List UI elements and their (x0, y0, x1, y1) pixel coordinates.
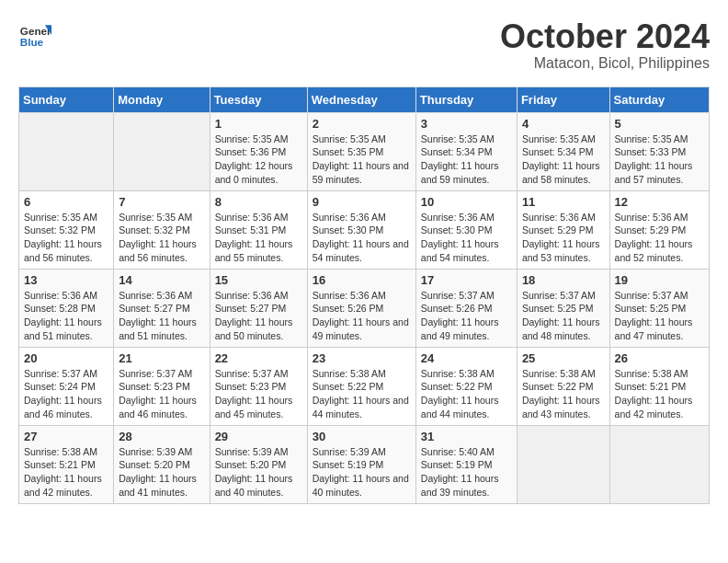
day-info: Sunrise: 5:35 AMSunset: 5:33 PMDaylight:… (615, 132, 704, 187)
calendar-cell: 2Sunrise: 5:35 AMSunset: 5:35 PMDaylight… (307, 112, 415, 190)
day-number: 8 (215, 195, 302, 209)
calendar-cell: 21Sunrise: 5:37 AMSunset: 5:23 PMDayligh… (114, 347, 210, 425)
calendar-week-row: 6Sunrise: 5:35 AMSunset: 5:32 PMDaylight… (19, 190, 710, 269)
calendar-cell (19, 112, 114, 190)
day-number: 6 (24, 195, 108, 209)
day-info: Sunrise: 5:39 AMSunset: 5:20 PMDaylight:… (215, 445, 302, 500)
logo-icon: General Blue (18, 18, 51, 52)
column-header-friday: Friday (517, 86, 609, 112)
day-info: Sunrise: 5:36 AMSunset: 5:27 PMDaylight:… (119, 289, 204, 343)
day-number: 22 (215, 351, 302, 365)
location-subtitle: Matacon, Bicol, Philippines (500, 55, 710, 72)
day-info: Sunrise: 5:40 AMSunset: 5:19 PMDaylight:… (421, 445, 512, 500)
day-number: 4 (522, 117, 605, 131)
calendar-header-row: SundayMondayTuesdayWednesdayThursdayFrid… (19, 86, 710, 112)
day-number: 5 (615, 117, 704, 131)
day-number: 19 (615, 273, 704, 287)
day-info: Sunrise: 5:38 AMSunset: 5:22 PMDaylight:… (522, 367, 605, 421)
calendar-cell: 13Sunrise: 5:36 AMSunset: 5:28 PMDayligh… (19, 269, 114, 347)
day-number: 18 (522, 273, 605, 287)
calendar-cell: 4Sunrise: 5:35 AMSunset: 5:34 PMDaylight… (517, 112, 609, 190)
day-number: 11 (522, 195, 605, 209)
calendar-cell: 6Sunrise: 5:35 AMSunset: 5:32 PMDaylight… (19, 190, 114, 269)
column-header-sunday: Sunday (19, 86, 114, 112)
day-info: Sunrise: 5:36 AMSunset: 5:27 PMDaylight:… (215, 289, 302, 343)
calendar-cell: 11Sunrise: 5:36 AMSunset: 5:29 PMDayligh… (517, 190, 609, 269)
day-info: Sunrise: 5:36 AMSunset: 5:26 PMDaylight:… (313, 289, 411, 343)
calendar-cell: 22Sunrise: 5:37 AMSunset: 5:23 PMDayligh… (210, 347, 307, 425)
day-info: Sunrise: 5:37 AMSunset: 5:26 PMDaylight:… (421, 289, 512, 343)
calendar-cell: 24Sunrise: 5:38 AMSunset: 5:22 PMDayligh… (415, 347, 517, 425)
calendar-cell: 26Sunrise: 5:38 AMSunset: 5:21 PMDayligh… (609, 347, 709, 425)
day-info: Sunrise: 5:35 AMSunset: 5:34 PMDaylight:… (421, 132, 512, 187)
day-number: 9 (313, 195, 411, 209)
column-header-tuesday: Tuesday (210, 86, 307, 112)
svg-text:Blue: Blue (20, 36, 44, 48)
day-number: 14 (119, 273, 204, 287)
calendar-cell: 18Sunrise: 5:37 AMSunset: 5:25 PMDayligh… (517, 269, 609, 347)
day-info: Sunrise: 5:36 AMSunset: 5:29 PMDaylight:… (615, 211, 704, 265)
day-number: 25 (522, 351, 605, 365)
calendar-cell: 9Sunrise: 5:36 AMSunset: 5:30 PMDaylight… (307, 190, 415, 269)
day-info: Sunrise: 5:35 AMSunset: 5:32 PMDaylight:… (24, 211, 108, 265)
day-number: 15 (215, 273, 302, 287)
day-info: Sunrise: 5:35 AMSunset: 5:35 PMDaylight:… (313, 132, 411, 187)
calendar-cell: 19Sunrise: 5:37 AMSunset: 5:25 PMDayligh… (609, 269, 709, 347)
day-number: 16 (313, 273, 411, 287)
day-info: Sunrise: 5:39 AMSunset: 5:19 PMDaylight:… (313, 445, 411, 500)
calendar-cell: 10Sunrise: 5:36 AMSunset: 5:30 PMDayligh… (415, 190, 517, 269)
day-number: 21 (119, 351, 204, 365)
day-info: Sunrise: 5:37 AMSunset: 5:23 PMDaylight:… (119, 367, 204, 421)
day-info: Sunrise: 5:37 AMSunset: 5:23 PMDaylight:… (215, 367, 302, 421)
calendar-cell: 31Sunrise: 5:40 AMSunset: 5:19 PMDayligh… (415, 425, 517, 503)
calendar-cell: 30Sunrise: 5:39 AMSunset: 5:19 PMDayligh… (307, 425, 415, 503)
day-info: Sunrise: 5:38 AMSunset: 5:21 PMDaylight:… (615, 367, 704, 421)
calendar-cell: 23Sunrise: 5:38 AMSunset: 5:22 PMDayligh… (307, 347, 415, 425)
day-info: Sunrise: 5:38 AMSunset: 5:21 PMDaylight:… (24, 445, 108, 500)
day-number: 27 (24, 430, 108, 443)
calendar-cell: 29Sunrise: 5:39 AMSunset: 5:20 PMDayligh… (210, 425, 307, 503)
calendar-cell: 5Sunrise: 5:35 AMSunset: 5:33 PMDaylight… (609, 112, 709, 190)
day-info: Sunrise: 5:39 AMSunset: 5:20 PMDaylight:… (119, 445, 204, 500)
day-number: 28 (119, 430, 204, 443)
day-info: Sunrise: 5:36 AMSunset: 5:29 PMDaylight:… (522, 211, 605, 265)
calendar-cell: 27Sunrise: 5:38 AMSunset: 5:21 PMDayligh… (19, 425, 114, 503)
calendar-week-row: 13Sunrise: 5:36 AMSunset: 5:28 PMDayligh… (19, 269, 710, 347)
calendar-cell: 20Sunrise: 5:37 AMSunset: 5:24 PMDayligh… (19, 347, 114, 425)
day-number: 13 (24, 273, 108, 287)
calendar-cell: 25Sunrise: 5:38 AMSunset: 5:22 PMDayligh… (517, 347, 609, 425)
day-number: 30 (313, 430, 411, 443)
calendar-cell: 16Sunrise: 5:36 AMSunset: 5:26 PMDayligh… (307, 269, 415, 347)
page-header: General Blue October 2024 Matacon, Bicol… (18, 18, 710, 72)
day-number: 3 (421, 117, 512, 131)
day-number: 31 (421, 430, 512, 443)
calendar-cell (517, 425, 609, 503)
day-info: Sunrise: 5:38 AMSunset: 5:22 PMDaylight:… (421, 367, 512, 421)
day-info: Sunrise: 5:36 AMSunset: 5:30 PMDaylight:… (421, 211, 512, 265)
calendar-week-row: 1Sunrise: 5:35 AMSunset: 5:36 PMDaylight… (19, 112, 710, 190)
day-info: Sunrise: 5:35 AMSunset: 5:36 PMDaylight:… (215, 132, 302, 187)
day-info: Sunrise: 5:38 AMSunset: 5:22 PMDaylight:… (313, 367, 411, 421)
calendar-cell: 17Sunrise: 5:37 AMSunset: 5:26 PMDayligh… (415, 269, 517, 347)
day-number: 1 (215, 117, 302, 131)
calendar-week-row: 27Sunrise: 5:38 AMSunset: 5:21 PMDayligh… (19, 425, 710, 503)
day-number: 23 (313, 351, 411, 365)
title-area: October 2024 Matacon, Bicol, Philippines (500, 18, 710, 72)
day-info: Sunrise: 5:35 AMSunset: 5:32 PMDaylight:… (119, 211, 204, 265)
calendar-table: SundayMondayTuesdayWednesdayThursdayFrid… (18, 86, 710, 504)
calendar-cell: 1Sunrise: 5:35 AMSunset: 5:36 PMDaylight… (210, 112, 307, 190)
calendar-cell (609, 425, 709, 503)
calendar-cell: 3Sunrise: 5:35 AMSunset: 5:34 PMDaylight… (415, 112, 517, 190)
calendar-cell: 12Sunrise: 5:36 AMSunset: 5:29 PMDayligh… (609, 190, 709, 269)
column-header-monday: Monday (114, 86, 210, 112)
day-info: Sunrise: 5:37 AMSunset: 5:25 PMDaylight:… (522, 289, 605, 343)
day-number: 24 (421, 351, 512, 365)
day-info: Sunrise: 5:37 AMSunset: 5:24 PMDaylight:… (24, 367, 108, 421)
column-header-thursday: Thursday (415, 86, 517, 112)
day-info: Sunrise: 5:35 AMSunset: 5:34 PMDaylight:… (522, 132, 605, 187)
calendar-cell: 7Sunrise: 5:35 AMSunset: 5:32 PMDaylight… (114, 190, 210, 269)
month-title: October 2024 (500, 18, 710, 55)
day-info: Sunrise: 5:36 AMSunset: 5:28 PMDaylight:… (24, 289, 108, 343)
calendar-cell (114, 112, 210, 190)
day-info: Sunrise: 5:36 AMSunset: 5:30 PMDaylight:… (313, 211, 411, 265)
